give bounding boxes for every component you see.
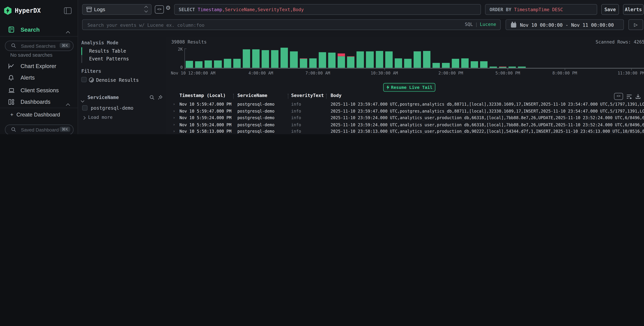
sidebar-collapse-icon[interactable] xyxy=(64,8,72,14)
analysis-mode-option[interactable]: Results Table xyxy=(81,47,164,55)
x-axis-label: 7:00:00 AM xyxy=(306,71,330,75)
column-resize-handle[interactable] xyxy=(233,94,234,99)
lucene-toggle[interactable]: Lucene xyxy=(480,22,496,27)
save-button[interactable]: Save xyxy=(601,4,619,15)
cell-body: 2025-11-10 23:59:24.000 UTC,analytics_us… xyxy=(330,116,644,120)
x-axis-label: Nov 10 12:00:00 AM xyxy=(171,71,215,75)
x-axis-tick xyxy=(384,68,384,70)
table-header: Timestamp (Local) ServiceName SeverityTe… xyxy=(166,93,644,100)
x-axis-tick xyxy=(508,68,508,70)
facet-value-label: postgresql-demo xyxy=(91,105,134,111)
y-axis-label-2k: 2K xyxy=(170,47,183,52)
query-language-toggle[interactable]: SQL|Lucene xyxy=(465,22,496,27)
expand-row-icon[interactable]: › xyxy=(173,102,175,106)
histogram-bar xyxy=(214,60,222,68)
gear-icon[interactable]: ⚙ xyxy=(166,5,171,11)
shortcut-badge: ⌘K xyxy=(60,43,70,48)
chevron-up-icon[interactable] xyxy=(66,29,69,36)
cell-body: 2025-11-10 23:59:47.000 UTC,postgres,ana… xyxy=(330,109,644,113)
x-axis-label: 5:00:00 PM xyxy=(495,71,520,75)
table-row[interactable]: › Nov 10 5:59:24.000 PM postgresql-demo … xyxy=(166,122,644,128)
table-row[interactable]: › Nov 10 5:58:13.000 PM postgresql-demo … xyxy=(166,128,644,134)
histogram-bar xyxy=(252,49,260,68)
order-by-input[interactable]: ORDER BY TimestampTime DESC xyxy=(485,4,597,15)
denoise-label: Denoise Results xyxy=(96,77,139,83)
x-axis-tick xyxy=(318,68,318,70)
alerts-button[interactable]: Alerts xyxy=(623,4,644,15)
laptop-icon xyxy=(8,88,15,93)
events-histogram[interactable]: 2K 0 Nov 10 12:00:00 AM4:00:00 AM7:00:00… xyxy=(166,47,644,73)
facet-search-icon[interactable] xyxy=(150,95,154,100)
sidebar-item-search[interactable]: Search xyxy=(0,24,78,35)
download-icon[interactable] xyxy=(636,94,641,99)
search-section-icon xyxy=(8,27,14,33)
date-range-value: Nov 10 00:00:00 - Nov 11 00:00:00 xyxy=(520,22,614,28)
source-select-value: Logs xyxy=(94,7,105,12)
sidebar-item-client-sessions[interactable]: Client Sessions xyxy=(0,85,78,96)
table-row[interactable]: › Nov 10 5:59:47.000 PM postgresql-demo … xyxy=(166,108,644,115)
plus-icon: + xyxy=(10,112,13,118)
denoise-checkbox[interactable] xyxy=(81,77,87,82)
pin-icon[interactable] xyxy=(158,95,163,100)
histogram-bar xyxy=(394,59,402,68)
run-query-button[interactable]: ▷ xyxy=(628,19,643,30)
source-select[interactable]: Logs xyxy=(82,4,152,15)
histogram-bar xyxy=(347,56,354,68)
facet-servicename[interactable]: ServiceName xyxy=(81,95,163,101)
wrap-lines-icon[interactable] xyxy=(626,94,632,99)
histogram-bar xyxy=(423,51,430,68)
hyperdx-logo-icon xyxy=(4,7,12,15)
expand-row-icon[interactable]: › xyxy=(173,129,175,133)
denoise-results-option[interactable]: Denoise Results xyxy=(81,77,164,84)
sidebar-item-label: Client Sessions xyxy=(20,87,59,93)
cell-timestamp: Nov 10 5:59:24.000 PM xyxy=(180,122,231,127)
expand-row-icon[interactable]: › xyxy=(173,122,175,126)
histogram-bar xyxy=(357,51,364,68)
cell-servicename: postgresql-demo xyxy=(238,109,274,113)
code-view-icon[interactable]: <> xyxy=(155,6,164,14)
saved-dashboards-field[interactable] xyxy=(20,125,60,134)
histogram-bar xyxy=(233,59,241,68)
histogram-bar xyxy=(280,48,288,68)
date-range-picker[interactable]: Nov 10 00:00:00 - Nov 11 00:00:00 xyxy=(506,19,624,30)
histogram-bar xyxy=(318,52,326,68)
table-row[interactable]: › Nov 10 5:59:24.000 PM postgresql-demo … xyxy=(166,115,644,122)
sidebar: HyperDX Search ⌘K No saved searches Char… xyxy=(0,0,78,134)
x-axis-tick xyxy=(261,68,261,70)
search-icon xyxy=(11,127,16,132)
sql-toggle[interactable]: SQL xyxy=(465,22,473,27)
column-header-timestamp: Timestamp (Local) xyxy=(180,93,226,98)
histogram-bars[interactable] xyxy=(185,49,641,68)
select-columns-input[interactable]: SELECT Timestamp,ServiceName,SeverityTex… xyxy=(174,4,481,15)
scanned-rows: Scanned Rows: 42656 xyxy=(596,40,644,45)
x-axis-tick xyxy=(185,68,185,70)
histogram-bar xyxy=(262,50,269,68)
code-view-icon[interactable]: <> xyxy=(614,93,623,100)
search-icon xyxy=(11,43,16,48)
divider xyxy=(0,108,78,108)
analysis-mode-option[interactable]: Event Patterns xyxy=(81,55,164,63)
saved-searches-field[interactable] xyxy=(20,41,60,51)
create-dashboard-button[interactable]: + Create Dashboard xyxy=(0,110,78,119)
brand-title: HyperDX xyxy=(15,7,41,15)
sidebar-item-dashboards[interactable]: Dashboards xyxy=(0,96,78,108)
expand-row-icon[interactable]: › xyxy=(173,116,175,120)
sidebar-item-alerts[interactable]: Alerts xyxy=(0,72,78,84)
facet-value-postgresql-demo[interactable]: postgresql-demo xyxy=(82,105,160,111)
x-axis-tick xyxy=(631,68,632,70)
histogram-bar xyxy=(490,67,497,68)
resume-live-tail-button[interactable]: Resume Live Tail xyxy=(383,83,435,92)
saved-searches-input[interactable]: ⌘K xyxy=(5,41,74,51)
sidebar-item-chart-explorer[interactable]: Chart Explorer xyxy=(0,61,78,72)
saved-dashboards-input[interactable]: ⌘K xyxy=(5,125,74,134)
table-row[interactable]: › Nov 10 5:59:47.000 PM postgresql-demo … xyxy=(166,101,644,108)
event-search-input[interactable] xyxy=(86,20,433,30)
load-more-button[interactable]: Load more xyxy=(82,115,113,120)
expand-row-icon[interactable]: › xyxy=(173,109,175,113)
facet-value-checkbox[interactable] xyxy=(82,105,88,111)
column-resize-handle[interactable] xyxy=(288,94,288,99)
column-resize-handle[interactable] xyxy=(326,94,326,99)
histogram-bar xyxy=(366,51,374,68)
sidebar-item-label: Chart Explorer xyxy=(20,63,56,69)
toggle-divider: | xyxy=(475,22,478,27)
